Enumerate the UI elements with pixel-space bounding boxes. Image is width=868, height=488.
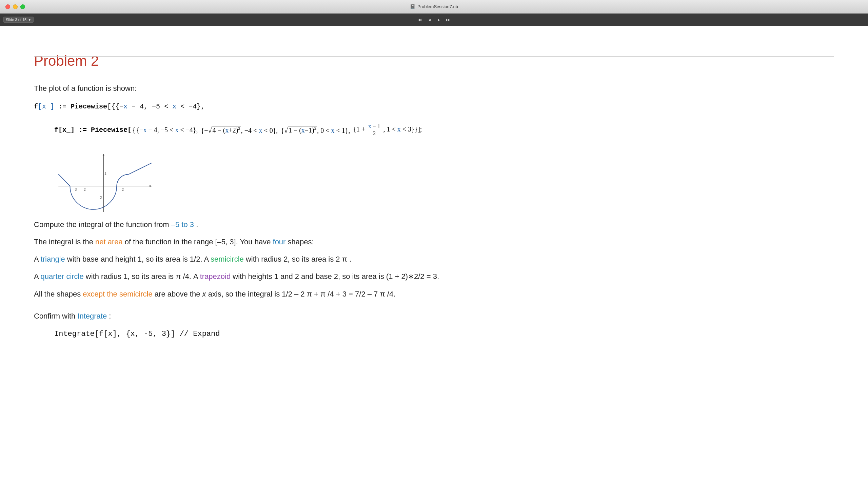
next-slide-button[interactable]: ▸ bbox=[435, 16, 443, 24]
four-link: four bbox=[273, 238, 286, 246]
slide-content: Problem 2 The plot of a function is show… bbox=[0, 26, 610, 361]
explanation-paragraph-3: A quarter circle with radius 1, so its a… bbox=[34, 270, 576, 282]
formula-line: f[x_] := Piecewise[ { {−x − 4, −5 < x < … bbox=[54, 123, 576, 137]
net-area-link[interactable]: net area bbox=[95, 238, 123, 246]
formula-f: f[x_] := Piecewise[ bbox=[54, 126, 132, 134]
last-slide-button[interactable]: ⏭ bbox=[444, 16, 452, 24]
chevron-down-icon: ▼ bbox=[28, 18, 31, 22]
svg-text:-2: -2 bbox=[99, 196, 102, 200]
svg-text:2: 2 bbox=[122, 188, 124, 191]
title-bar: 📓 ProblemSession7.nb bbox=[0, 0, 868, 14]
trapezoid-link[interactable]: trapezoid bbox=[200, 272, 231, 281]
svg-text:-3: -3 bbox=[74, 188, 77, 191]
maximize-button[interactable] bbox=[20, 4, 25, 9]
semicircle-link[interactable]: semicircle bbox=[211, 255, 244, 263]
formula-brace-open: { bbox=[132, 126, 136, 134]
slide-toolbar: Slide 3 of 15 ▼ ⏮ ◂ ▸ ⏭ bbox=[0, 14, 868, 26]
quarter-circle-link[interactable]: quarter circle bbox=[41, 272, 84, 281]
graph-container: -2 2 1 -2 -3 bbox=[54, 147, 156, 208]
formula-piece1: {−x − 4, −5 < x < −4}, bbox=[136, 126, 198, 134]
minimize-button[interactable] bbox=[13, 4, 18, 9]
compute-range-link[interactable]: –5 to 3 bbox=[171, 220, 194, 229]
window-title: ProblemSession7.nb bbox=[417, 4, 458, 9]
main-content: Problem 2 The plot of a function is show… bbox=[0, 26, 868, 488]
notebook-icon: 📓 bbox=[410, 4, 415, 9]
prev-slide-button[interactable]: ◂ bbox=[425, 16, 433, 24]
formula-piece4: {1 + x − 1 2 , 1 < x < 3}}]; bbox=[353, 123, 422, 137]
svg-text:-2: -2 bbox=[83, 188, 86, 191]
title-bar-title: 📓 ProblemSession7.nb bbox=[410, 4, 458, 9]
intro-text: The plot of a function is shown: bbox=[34, 83, 576, 94]
explanation-paragraph-2: A triangle with base and height 1, so it… bbox=[34, 253, 576, 265]
slide-label: Slide 3 of 15 bbox=[6, 18, 26, 22]
formula-piece3: {√1 − (x−1)2, 0 < x < 1}, bbox=[281, 126, 350, 135]
function-graph: -2 2 1 -2 -3 bbox=[54, 147, 156, 212]
svg-line-8 bbox=[128, 163, 152, 174]
except-semicircle-link[interactable]: except the semicircle bbox=[83, 290, 152, 298]
svg-marker-10 bbox=[102, 154, 104, 156]
svg-text:1: 1 bbox=[104, 172, 106, 176]
explanation-paragraph-1: The integral is the net area of the func… bbox=[34, 236, 576, 248]
top-divider bbox=[34, 56, 834, 57]
svg-marker-9 bbox=[150, 185, 152, 187]
problem-title: Problem 2 bbox=[34, 53, 576, 69]
close-button[interactable] bbox=[5, 4, 10, 9]
explanation-paragraph-4: All the shapes except the semicircle are… bbox=[34, 288, 576, 300]
svg-line-7 bbox=[58, 174, 70, 186]
window-controls bbox=[5, 4, 25, 9]
slide-selector[interactable]: Slide 3 of 15 ▼ bbox=[3, 17, 34, 23]
integrate-code: Integrate[f[x], {x, -5, 3}] // Expand bbox=[54, 327, 576, 341]
triangle-link[interactable]: triangle bbox=[41, 255, 65, 263]
formula-piece2: {−√4 − (x+2)2, −4 < x < 0}, bbox=[201, 126, 278, 135]
integrate-link[interactable]: Integrate bbox=[77, 312, 107, 320]
first-slide-button[interactable]: ⏮ bbox=[416, 16, 424, 24]
formula-block: f[x_] := Piecewise[{{−x − 4, −5 < x < −4… bbox=[34, 101, 576, 113]
compute-text: Compute the integral of the function fro… bbox=[34, 219, 576, 230]
nav-buttons: ⏮ ◂ ▸ ⏭ bbox=[416, 16, 452, 24]
confirm-text: Confirm with Integrate : bbox=[34, 310, 576, 322]
formula-code-text: f[x_] := Piecewise[{{−x − 4, −5 < x < −4… bbox=[34, 103, 205, 110]
